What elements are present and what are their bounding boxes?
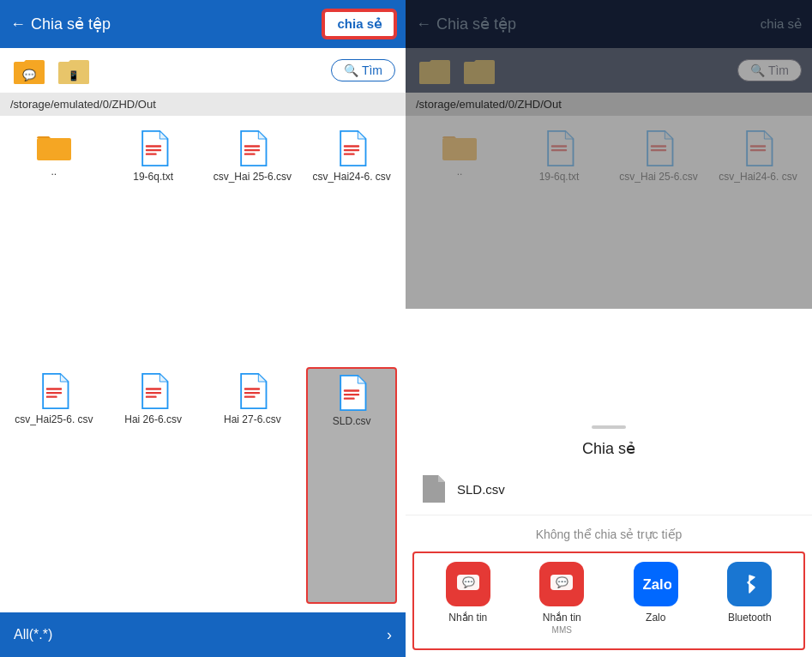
file-item-csv-hai25[interactable]: csv_Hai 25-6.csv: [208, 124, 298, 359]
sheet-title: Chia sẻ: [406, 432, 812, 467]
wechat-folder-icon[interactable]: 💬: [10, 55, 46, 86]
left-path-text: /storage/emulated/0/ZHD/Out: [10, 98, 156, 111]
svg-rect-8: [244, 145, 260, 147]
share-sheet: Chia sẻ SLD.csv Không thể chia sẻ trực t…: [406, 419, 812, 657]
handle-bar: [592, 425, 626, 429]
left-title: Chia sẻ tệp: [31, 15, 111, 33]
svg-rect-6: [145, 149, 160, 151]
file-item-hai27[interactable]: Hai 27-6.csv: [208, 367, 298, 605]
svg-rect-18: [145, 391, 160, 393]
share-apps-container: 💬 Nhắn tin 💬 Nhắn tin MMS: [412, 552, 805, 650]
left-back-arrow: ←: [10, 15, 26, 33]
svg-text:💬: 💬: [22, 68, 37, 82]
svg-rect-17: [145, 388, 160, 389]
bluetooth-label: Bluetooth: [728, 612, 772, 624]
svg-text:💬: 💬: [461, 576, 474, 588]
sheet-file-row: SLD.csv: [406, 467, 812, 515]
dim-overlay: [406, 0, 812, 309]
bottom-label: All(*.*): [14, 627, 52, 642]
svg-rect-25: [344, 397, 355, 399]
search-icon: 🔍: [344, 63, 358, 77]
svg-rect-4: [37, 138, 71, 160]
phone-folder-icon[interactable]: 📱: [55, 55, 91, 86]
svg-rect-10: [244, 154, 256, 155]
left-panel: ← Chia sẻ tệp chia sẻ 💬 📱 🔍 Tìm /storage…: [0, 0, 406, 657]
share-active-button[interactable]: chia sẻ: [323, 10, 395, 38]
file-label-sld: SLD.csv: [333, 415, 371, 429]
bottom-chevron: ›: [387, 626, 392, 644]
sheet-filename: SLD.csv: [457, 482, 505, 497]
svg-rect-11: [344, 145, 359, 147]
svg-rect-12: [344, 149, 359, 151]
file-item-hai26[interactable]: Hai 26-6.csv: [108, 367, 199, 605]
svg-rect-24: [344, 393, 359, 395]
svg-rect-14: [46, 388, 62, 389]
right-panel: ← Chia sẻ tệp chia sẻ 🔍 Tìm /storage/emu…: [406, 0, 812, 657]
svg-rect-19: [145, 395, 156, 397]
bluetooth-icon: [727, 562, 772, 606]
nhan-tin-mms-sublabel: MMS: [552, 625, 572, 635]
svg-rect-20: [244, 388, 260, 389]
svg-rect-9: [244, 149, 260, 151]
sheet-handle: [406, 419, 812, 432]
nhan-tin-1-icon: 💬: [446, 562, 490, 606]
zalo-icon: Zalo: [634, 562, 678, 606]
left-header: ← Chia sẻ tệp chia sẻ: [0, 0, 406, 48]
svg-rect-21: [244, 391, 260, 393]
left-file-grid: .. 19-6q.txt csv_Hai 25-6.csv: [0, 116, 406, 612]
nhan-tin-mms-icon: 💬: [539, 562, 584, 606]
file-item-csv-hai24[interactable]: csv_Hai24-6. csv: [306, 124, 397, 359]
svg-rect-5: [145, 145, 160, 147]
sheet-file-icon: [419, 473, 447, 504]
svg-text:Zalo: Zalo: [642, 576, 671, 593]
left-bottom-bar[interactable]: All(*.*) ›: [0, 612, 406, 657]
sheet-info: Không thể chia sẻ trực tiếp: [406, 515, 812, 548]
svg-text:📱: 📱: [68, 69, 80, 81]
file-label-csv-hai25-2: csv_Hai25-6. csv: [15, 413, 93, 427]
app-nhan-tin-mms[interactable]: 💬 Nhắn tin MMS: [539, 562, 584, 635]
file-label-csv-hai25: csv_Hai 25-6.csv: [214, 171, 292, 184]
nhan-tin-mms-label: Nhắn tin: [543, 612, 581, 624]
file-item-csv-hai25-2[interactable]: csv_Hai25-6. csv: [9, 367, 99, 605]
left-back-button[interactable]: ← Chia sẻ tệp: [10, 15, 323, 33]
svg-rect-23: [344, 389, 359, 391]
app-bluetooth[interactable]: Bluetooth: [727, 562, 772, 635]
left-search-button[interactable]: 🔍 Tìm: [331, 59, 395, 81]
svg-rect-7: [145, 154, 156, 155]
file-label-hai27: Hai 27-6.csv: [224, 413, 281, 427]
nhan-tin-1-label: Nhắn tin: [448, 612, 487, 624]
svg-rect-22: [244, 395, 256, 397]
svg-rect-15: [46, 391, 62, 393]
svg-rect-13: [344, 154, 355, 155]
file-item-dotdot[interactable]: ..: [9, 124, 99, 359]
app-zalo[interactable]: Zalo Zalo: [634, 562, 678, 635]
left-toolbar: 💬 📱 🔍 Tìm: [0, 48, 406, 93]
svg-text:💬: 💬: [556, 576, 568, 588]
search-label: Tìm: [362, 63, 382, 77]
svg-rect-16: [46, 395, 57, 397]
file-item-sld[interactable]: SLD.csv: [306, 367, 397, 605]
file-label-csv-hai24: csv_Hai24-6. csv: [312, 171, 390, 184]
file-label-19-6q: 19-6q.txt: [133, 171, 173, 184]
file-label-hai26: Hai 26-6.csv: [124, 413, 182, 427]
app-nhan-tin-1[interactable]: 💬 Nhắn tin: [446, 562, 490, 635]
zalo-label: Zalo: [646, 612, 665, 624]
file-label-dotdot: ..: [51, 166, 57, 179]
file-item-19-6q[interactable]: 19-6q.txt: [108, 124, 199, 359]
left-path-bar: /storage/emulated/0/ZHD/Out: [0, 93, 406, 116]
